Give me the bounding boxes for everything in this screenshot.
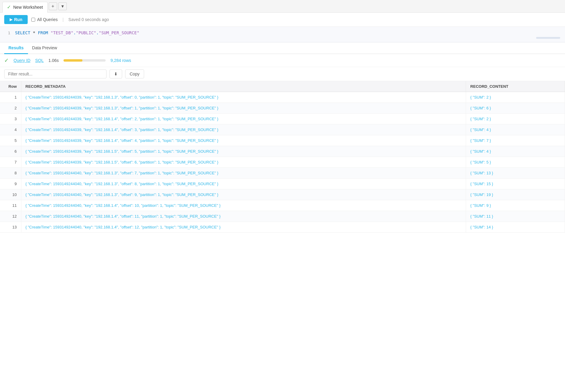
sql-editor: 1 SELECT * FROM "TEST_DB"."PUBLIC"."SUM_… (0, 27, 565, 42)
saved-status: Saved 0 seconds ago (68, 17, 109, 22)
cell-row-num: 9 (0, 179, 21, 189)
cell-content: { "SUM": 15 } (466, 179, 565, 189)
table-row: 3{ "CreateTime": 1593149244039, "key": "… (0, 114, 565, 124)
cell-content: { "SUM": 9 } (466, 200, 565, 211)
download-button[interactable]: ⬇ (110, 69, 122, 78)
sql-line-1: 1 SELECT * FROM "TEST_DB"."PUBLIC"."SUM_… (0, 30, 565, 36)
tab-chevron-button[interactable]: ▾ (58, 2, 67, 10)
sql-table: "SUM_PER_SOURCE" (99, 30, 139, 35)
cell-content: { "SUM": 4 } (466, 146, 565, 157)
copy-label: Copy (130, 72, 140, 76)
toolbar-separator: | (63, 17, 64, 22)
results-tabs: Results Data Preview (0, 42, 565, 54)
cell-content: { "SUM": 6 } (466, 103, 565, 114)
cell-content: { "SUM": 7 } (466, 135, 565, 146)
table-row: 6{ "CreateTime": 1593149244039, "key": "… (0, 146, 565, 157)
cell-content: { "SUM": 2 } (466, 114, 565, 124)
cell-row-num: 3 (0, 114, 21, 124)
column-header-metadata: RECORD_METADATA (21, 81, 466, 92)
data-table: Row RECORD_METADATA RECORD_CONTENT 1{ "C… (0, 81, 565, 233)
table-row: 9{ "CreateTime": 1593149244040, "key": "… (0, 179, 565, 189)
table-row: 11{ "CreateTime": 1593149244040, "key": … (0, 200, 565, 211)
cell-content: { "SUM": 2 } (466, 92, 565, 103)
scrollbar-hint (0, 36, 565, 39)
cell-row-num: 13 (0, 222, 21, 233)
cell-metadata: { "CreateTime": 1593149244040, "key": "1… (21, 168, 466, 179)
keyword-from: FROM (38, 30, 48, 35)
table-row: 12{ "CreateTime": 1593149244040, "key": … (0, 211, 565, 222)
cell-metadata: { "CreateTime": 1593149244039, "key": "1… (21, 92, 466, 103)
cell-metadata: { "CreateTime": 1593149244039, "key": "1… (21, 114, 466, 124)
column-header-content: RECORD_CONTENT (466, 81, 565, 92)
run-button[interactable]: ▶ Run (4, 15, 28, 24)
table-header-row: Row RECORD_METADATA RECORD_CONTENT (0, 81, 565, 92)
tab-check-icon: ✓ (7, 4, 11, 10)
filter-input[interactable] (4, 69, 107, 78)
cell-content: { "SUM": 4 } (466, 124, 565, 135)
sql-star: * (30, 30, 38, 35)
table-row: 10{ "CreateTime": 1593149244040, "key": … (0, 189, 565, 200)
cell-metadata: { "CreateTime": 1593149244040, "key": "1… (21, 222, 466, 233)
table-row: 13{ "CreateTime": 1593149244040, "key": … (0, 222, 565, 233)
data-table-container: Row RECORD_METADATA RECORD_CONTENT 1{ "C… (0, 81, 565, 233)
table-row: 4{ "CreateTime": 1593149244039, "key": "… (0, 124, 565, 135)
all-queries-checkbox[interactable] (31, 18, 35, 22)
sql-code: SELECT * FROM "TEST_DB"."PUBLIC"."SUM_PE… (15, 30, 139, 35)
filter-row: ⬇ Copy (0, 67, 565, 81)
cell-content: { "SUM": 11 } (466, 211, 565, 222)
progress-fill (63, 59, 82, 62)
query-id-link[interactable]: Query ID (14, 58, 30, 63)
sql-schema: "PUBLIC" (76, 30, 96, 35)
cell-content: { "SUM": 13 } (466, 168, 565, 179)
cell-row-num: 6 (0, 146, 21, 157)
table-row: 8{ "CreateTime": 1593149244040, "key": "… (0, 168, 565, 179)
table-row: 1{ "CreateTime": 1593149244039, "key": "… (0, 92, 565, 103)
cell-metadata: { "CreateTime": 1593149244040, "key": "1… (21, 179, 466, 189)
play-icon: ▶ (10, 17, 12, 22)
sql-link[interactable]: SQL (35, 58, 44, 63)
table-row: 5{ "CreateTime": 1593149244039, "key": "… (0, 135, 565, 146)
cell-row-num: 1 (0, 92, 21, 103)
tab-title: New Worksheet (13, 5, 43, 10)
run-label: Run (14, 17, 22, 22)
cell-metadata: { "CreateTime": 1593149244040, "key": "1… (21, 211, 466, 222)
mini-scrollbar[interactable] (536, 37, 560, 39)
tab-bar: ✓ New Worksheet + ▾ (0, 0, 565, 13)
toolbar: ▶ Run All Queries | Saved 0 seconds ago (0, 13, 565, 27)
tab-results[interactable]: Results (4, 42, 28, 54)
cell-row-num: 8 (0, 168, 21, 179)
row-count: 9,284 rows (110, 58, 131, 63)
query-timing: 1.06s (48, 58, 59, 63)
cell-row-num: 12 (0, 211, 21, 222)
cell-metadata: { "CreateTime": 1593149244039, "key": "1… (21, 146, 466, 157)
cell-metadata: { "CreateTime": 1593149244039, "key": "1… (21, 103, 466, 114)
copy-button[interactable]: Copy (125, 69, 144, 78)
all-queries-label[interactable]: All Queries (31, 17, 57, 22)
cell-content: { "SUM": 5 } (466, 157, 565, 168)
sql-dot2: . (96, 30, 99, 35)
success-icon: ✓ (4, 57, 9, 64)
query-info: ✓ Query ID SQL 1.06s 9,284 rows (0, 54, 565, 67)
cell-metadata: { "CreateTime": 1593149244040, "key": "1… (21, 189, 466, 200)
all-queries-text: All Queries (37, 17, 57, 22)
active-tab[interactable]: ✓ New Worksheet (2, 2, 48, 13)
cell-metadata: { "CreateTime": 1593149244039, "key": "1… (21, 135, 466, 146)
tab-data-preview[interactable]: Data Preview (28, 42, 61, 54)
cell-metadata: { "CreateTime": 1593149244039, "key": "1… (21, 124, 466, 135)
cell-content: { "SUM": 14 } (466, 222, 565, 233)
add-tab-button[interactable]: + (49, 2, 57, 10)
cell-metadata: { "CreateTime": 1593149244039, "key": "1… (21, 157, 466, 168)
table-row: 2{ "CreateTime": 1593149244039, "key": "… (0, 103, 565, 114)
cell-row-num: 11 (0, 200, 21, 211)
cell-row-num: 7 (0, 157, 21, 168)
progress-bar (63, 59, 106, 62)
sql-db: "TEST_DB" (51, 30, 73, 35)
cell-row-num: 4 (0, 124, 21, 135)
cell-content: { "SUM": 19 } (466, 189, 565, 200)
cell-row-num: 2 (0, 103, 21, 114)
cell-row-num: 5 (0, 135, 21, 146)
line-number: 1 (0, 31, 15, 35)
table-row: 7{ "CreateTime": 1593149244039, "key": "… (0, 157, 565, 168)
cell-row-num: 10 (0, 189, 21, 200)
keyword-select: SELECT (15, 30, 30, 35)
